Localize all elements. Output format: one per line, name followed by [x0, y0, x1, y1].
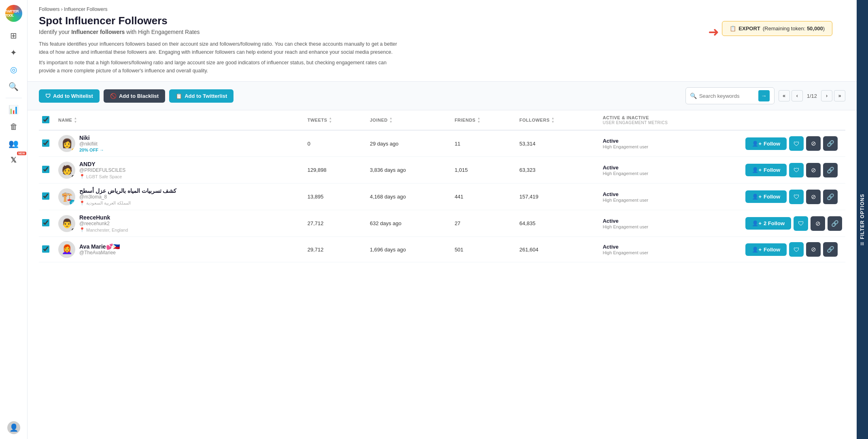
link-button[interactable]: 🔗 [823, 190, 838, 204]
row-checkbox-cell[interactable] [39, 237, 55, 262]
user-location: 📍المملكة العربية السعودية [79, 201, 176, 206]
pagination-next-button[interactable]: › [821, 90, 832, 101]
add-to-twitterlist-button[interactable]: 📋 Add to Twitterlist [169, 89, 233, 103]
sidebar-item-network[interactable]: ✦ [3, 45, 25, 60]
row-checkbox[interactable] [42, 192, 49, 200]
joined-cell: 632 days ago [367, 210, 451, 237]
follow-user-icon: 👤+ [752, 247, 762, 253]
link-button[interactable]: 🔗 [823, 242, 838, 257]
block-icon: ⊘ [811, 167, 816, 174]
row-checkbox[interactable] [42, 245, 49, 253]
tweets-cell: 27,712 [304, 210, 367, 237]
shield-button[interactable]: 🛡 [789, 190, 804, 204]
user-name: ANDY [79, 161, 125, 167]
sidebar-item-search[interactable]: 🔍 [3, 79, 25, 94]
row-checkbox[interactable] [42, 219, 49, 226]
breadcrumb-parent[interactable]: Followers [39, 6, 59, 12]
avatar-badge [71, 228, 75, 232]
sort-followers-icon[interactable]: ▲▼ [551, 116, 554, 124]
block-button[interactable]: ⊘ [806, 190, 821, 204]
link-icon: 🔗 [831, 220, 839, 227]
add-to-blacklist-button[interactable]: 🚫 Add to Blacklist [104, 89, 165, 103]
user-details: ANDY @PRIDEFULSCILES 📍LGBT Safe Space [79, 161, 125, 179]
blacklist-label: Add to Blacklist [119, 93, 159, 99]
th-select-all[interactable] [39, 110, 55, 130]
pagination-prev-button[interactable]: ‹ [792, 90, 803, 101]
dashboard-icon: ⊞ [10, 32, 17, 40]
follow-button[interactable]: 👤+ Follow [745, 164, 787, 176]
add-to-whitelist-button[interactable]: 🛡 Add to Whitelist [39, 89, 100, 103]
action-cell: 👤+ 2 Follow 🛡 ⊘ 🔗 [742, 210, 845, 237]
follow-button[interactable]: 👤+ Follow [745, 137, 787, 150]
location-icon: 📍 [79, 174, 85, 179]
filter-lines-icon: ≡ [859, 241, 866, 245]
search-go-button[interactable]: → [758, 90, 770, 101]
friends-cell: 1,015 [451, 157, 516, 184]
user-name: كشف تسربيات المياه بالرياض عزل أسطح [79, 188, 176, 194]
action-cell: 👤+ Follow 🛡 ⊘ 🔗 [742, 184, 845, 210]
sidebar-item-analytics[interactable]: 📊 [3, 102, 25, 117]
block-button[interactable]: ⊘ [806, 242, 821, 257]
followers-cell: 64,835 [516, 210, 599, 237]
follow-user-icon: 👤+ [752, 141, 762, 147]
follow-label: 2 Follow [764, 220, 785, 226]
engagement-cell: Active High Engagement user [599, 210, 742, 237]
shield-button[interactable]: 🛡 [789, 163, 804, 177]
search-box: 🔍 → [685, 87, 775, 104]
export-icon: 📋 [730, 25, 736, 32]
th-followers: FOLLOWERS ▲▼ [516, 110, 599, 130]
shield-button[interactable]: 🛡 [789, 136, 804, 151]
sidebar-item-delete[interactable]: 🗑 [3, 119, 25, 134]
row-checkbox[interactable] [42, 166, 49, 173]
user-location: 📍Manchester, England [79, 227, 128, 232]
user-cell: 🏗️ ✓ كشف تسربيات المياه بالرياض عزل أسطح… [55, 184, 304, 210]
block-button[interactable]: ⊘ [806, 163, 821, 177]
row-checkbox-cell[interactable] [39, 157, 55, 184]
delete-icon: 🗑 [10, 122, 18, 131]
row-checkbox[interactable] [42, 139, 49, 147]
pagination-last-button[interactable]: » [834, 90, 845, 101]
status-active: Active [603, 218, 739, 224]
block-button[interactable]: ⊘ [811, 216, 825, 231]
export-button[interactable]: 📋 EXPORT (Remaining token: 50,000) [722, 21, 832, 36]
sidebar-item-dashboard[interactable]: ⊞ [3, 28, 25, 43]
friends-cell: 501 [451, 237, 516, 262]
link-button[interactable]: 🔗 [828, 216, 842, 231]
user-info: 🏗️ ✓ كشف تسربيات المياه بالرياض عزل أسطح… [58, 188, 301, 206]
link-button[interactable]: 🔗 [823, 136, 838, 151]
sidebar-item-monitor[interactable]: ◎ [3, 62, 25, 77]
follow-button[interactable]: 👤+ Follow [745, 190, 787, 203]
sort-joined-icon[interactable]: ▲▼ [389, 116, 393, 124]
follow-button[interactable]: 👤+ 2 Follow [745, 217, 791, 230]
shield-icon: 🛡 [794, 140, 800, 147]
th-engagement: ACTIVE & INACTIVE User Engagement Metric… [599, 110, 742, 130]
row-checkbox-cell[interactable] [39, 184, 55, 210]
th-friends: FRIENDS ▲▼ [451, 110, 516, 130]
sidebar-item-users[interactable]: 👥 [3, 136, 25, 151]
export-label: EXPORT [739, 25, 760, 32]
pagination-first-button[interactable]: « [779, 90, 790, 101]
search-input[interactable] [699, 93, 756, 99]
sort-name-icon[interactable]: ▲▼ [74, 116, 77, 124]
joined-cell: 1,696 days ago [367, 237, 451, 262]
row-checkbox-cell[interactable] [39, 130, 55, 157]
follow-button[interactable]: 👤+ Follow [745, 243, 787, 256]
location-icon: 📍 [79, 201, 85, 206]
followers-cell: 53,314 [516, 130, 599, 157]
breadcrumb: Followers › Influencer Followers [39, 6, 845, 12]
select-all-checkbox[interactable] [42, 116, 49, 123]
user-avatar[interactable]: 👤 [7, 421, 20, 434]
link-button[interactable]: 🔗 [823, 163, 838, 177]
joined-cell: 29 days ago [367, 130, 451, 157]
row-checkbox-cell[interactable] [39, 210, 55, 237]
toolbar: 🛡 Add to Whitelist 🚫 Add to Blacklist 📋 … [28, 82, 857, 110]
shield-button[interactable]: 🛡 [794, 216, 808, 231]
sort-friends-icon[interactable]: ▲▼ [477, 116, 480, 124]
shield-button[interactable]: 🛡 [789, 242, 804, 257]
sidebar-item-twitter[interactable]: 𝕏 NEW [3, 153, 25, 167]
filter-panel[interactable]: ≡ FILTER OPTIONS [857, 0, 868, 439]
followers-table: NAME ▲▼ TWEETS ▲▼ JOINED ▲▼ [39, 110, 845, 262]
sort-tweets-icon[interactable]: ▲▼ [329, 116, 332, 124]
block-button[interactable]: ⊘ [806, 136, 821, 151]
status-sub: High Engagement user [603, 250, 739, 255]
